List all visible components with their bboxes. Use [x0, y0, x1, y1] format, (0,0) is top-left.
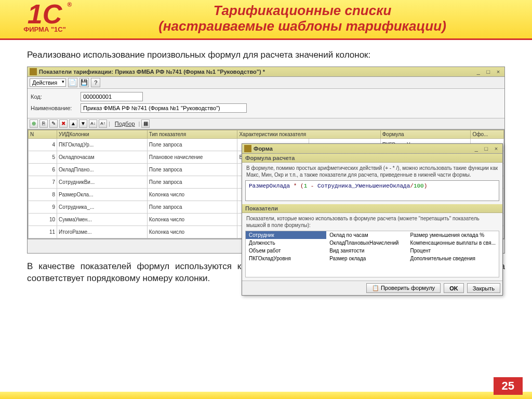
indicator-item[interactable]: Дополнительные сведения [407, 255, 499, 262]
indicator-item[interactable]: Сотрудник [246, 231, 326, 239]
grid-header-6[interactable]: Офо... [471, 130, 504, 138]
popup-ok-button[interactable]: OK [444, 283, 464, 293]
popup-maximize-icon[interactable]: □ [482, 145, 490, 152]
actions-toolbar: Действия 📄 💾 ? [28, 77, 504, 89]
actions-dropdown[interactable]: Действия [30, 78, 66, 87]
formula-editor[interactable]: РазмерОклада * (1 - Сотрудника_Уменьшени… [245, 180, 499, 201]
popup-close-button[interactable]: Закрыть [467, 283, 500, 293]
slide-title: Тарификационные списки(настраиваемые шаб… [94, 3, 511, 34]
grid-header-5[interactable]: Формула [380, 130, 471, 138]
toolbar-btn-1[interactable]: 📄 [68, 78, 77, 87]
indicator-item[interactable]: Объем работ [246, 247, 326, 255]
name-input[interactable] [81, 103, 247, 113]
grid-header-1[interactable]: УИДКолонки [57, 130, 148, 138]
podbor-link[interactable]: Подбор [115, 121, 135, 127]
popup-titlebar[interactable]: Форма _ □ × [242, 144, 502, 154]
close-icon[interactable]: × [494, 69, 502, 75]
edit-row-icon[interactable]: ✎ [49, 119, 58, 128]
copy-row-icon[interactable]: ⎘ [39, 119, 48, 128]
popup-close-icon[interactable]: × [492, 145, 500, 152]
popup-minimize-icon[interactable]: _ [472, 145, 481, 152]
main-titlebar[interactable]: Показатели тарификации: Приказ ФМБА РФ №… [28, 67, 504, 77]
extra-btn-icon[interactable]: ▦ [141, 119, 150, 128]
popup-app-icon [244, 145, 251, 152]
grid-header-0[interactable]: N [29, 130, 57, 138]
code-label: Код: [31, 94, 77, 100]
page-number: 25 [494, 377, 523, 395]
toolbar-btn-3[interactable]: ? [91, 78, 100, 87]
indicator-item[interactable]: Оклад по часам [326, 231, 407, 239]
code-input[interactable] [81, 92, 143, 101]
formula-section-title: Формула расчета [242, 154, 502, 163]
intro-text: Реализовано использование произвольных ф… [27, 49, 505, 61]
indicators-list[interactable]: СотрудникДолжностьОбъем работПКГОкладУро… [245, 231, 499, 277]
check-formula-button[interactable]: 📋 Проверить формулу [366, 283, 441, 293]
toolbar-btn-2[interactable]: 💾 [79, 78, 89, 87]
grid-toolbar: ⊕ ⎘ ✎ ✖ ▲ ▼ A↓ A↑ | Подбор | ▦ [28, 118, 504, 129]
grid-header-2[interactable]: Тип показателя [147, 130, 237, 138]
sort-desc-icon[interactable]: A↑ [99, 119, 107, 128]
indicators-section-title: Показатели [242, 204, 502, 213]
footer-stripe [0, 392, 532, 399]
formula-popup: Форма _ □ × Формула расчета В формуле, п… [242, 143, 503, 296]
app-icon [30, 68, 37, 75]
indicator-item[interactable]: ПКГОкладУровня [246, 255, 326, 262]
sort-asc-icon[interactable]: A↓ [89, 119, 97, 128]
indicator-item[interactable]: Компенсационные выплаты в свя... [407, 239, 499, 247]
name-label: Наименование: [31, 105, 77, 111]
move-up-icon[interactable]: ▲ [69, 119, 77, 128]
popup-footer: 📋 Проверить формулу OK Закрыть [242, 281, 502, 295]
delete-row-icon[interactable]: ✖ [59, 119, 68, 128]
indicator-item[interactable]: Вид занятости [326, 247, 407, 255]
move-down-icon[interactable]: ▼ [79, 119, 87, 128]
add-row-icon[interactable]: ⊕ [30, 119, 38, 128]
indicators-help: Показатели, которые можно использовать в… [242, 213, 502, 231]
indicator-item[interactable]: Процент [407, 247, 499, 255]
popup-title: Форма [254, 145, 472, 152]
indicator-item[interactable]: Размер оклада [326, 255, 407, 262]
logo-block: 1C ФИРМА "1С" [8, 2, 81, 33]
minimize-icon[interactable]: _ [474, 69, 483, 75]
window-title: Показатели тарификации: Приказ ФМБА РФ №… [39, 69, 474, 75]
logo-main: 1C [8, 2, 81, 26]
grid-header-3[interactable]: Характеристики показателя [237, 130, 380, 138]
maximize-icon[interactable]: □ [484, 69, 493, 75]
formula-help: В формуле, помимо простых арифметических… [242, 163, 502, 180]
indicator-item[interactable]: ОкладПлановыхНачислений [326, 239, 407, 247]
indicator-item[interactable]: Размер уменьшения оклада % [407, 231, 499, 239]
indicator-item[interactable]: Должность [246, 239, 326, 247]
